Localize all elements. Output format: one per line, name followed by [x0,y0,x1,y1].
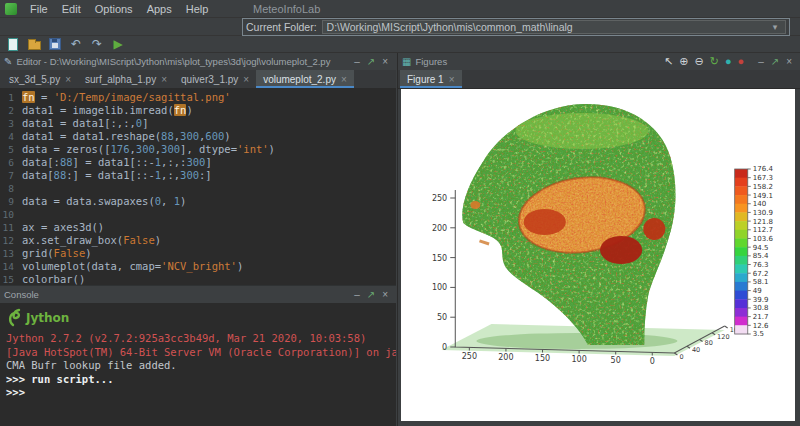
figures-tabbar: Figure 1 × [398,70,800,89]
editor-panel: ✎ Editor - D:\Working\MIScript\Jython\mi… [0,53,396,285]
svg-text:85.4: 85.4 [753,251,769,260]
editor-tab-surf_alpha_1.py[interactable]: surf_alpha_1.py× [78,70,174,88]
close-button[interactable]: × [786,57,792,67]
tab-close-icon[interactable]: × [449,74,455,85]
svg-text:39.9: 39.9 [753,295,769,304]
svg-text:130.9: 130.9 [753,208,773,217]
line-number: 9 [0,195,22,208]
svg-text:40: 40 [692,346,700,354]
svg-text:76.3: 76.3 [753,260,769,269]
code-line: 10 [0,208,396,221]
console-lines: Jython 2.7.2 (v2.7.2:925a3cc3b49d, Mar 2… [6,332,390,400]
svg-text:200: 200 [498,353,513,362]
console-title: Console [4,289,348,300]
menubar: FileEditOptionsAppsHelp MeteoInfoLab [0,0,800,18]
line-number: 14 [0,260,22,273]
editor-tab-label: surf_alpha_1.py [85,74,156,85]
editor-tabbar: sx_3d_5.py×surf_alpha_1.py×quiver3_1.py×… [0,70,396,89]
float-button[interactable]: ↗ [367,290,375,300]
open-file-icon[interactable] [26,37,42,52]
code-line: 9data = data.swapaxes(0, 1) [0,195,396,208]
menu-options[interactable]: Options [88,3,140,15]
meteoinfolab-window: FileEditOptionsAppsHelp MeteoInfoLab Cur… [0,0,800,426]
tab-close-icon[interactable]: × [341,74,347,85]
line-number: 12 [0,234,22,247]
current-folder-combobox[interactable]: D:\Working\MIScript\Jython\mis\common_ma… [322,20,786,34]
figures-icon: ▦ [402,56,411,67]
zoom-out-tool-icon[interactable]: ⊖ [694,56,703,67]
svg-text:158.2: 158.2 [753,182,773,191]
editor-tab-sx_3d_5.py[interactable]: sx_3d_5.py× [2,70,78,88]
volume-plot: 250200150100500 250200150100500 04080120… [401,89,795,421]
svg-text:149.1: 149.1 [753,191,773,200]
zoom-in-tool-icon[interactable]: ⊕ [679,56,688,67]
svg-text:112.7: 112.7 [753,225,773,234]
z-axis-ticks: 250200150100500 [432,194,455,352]
menu-apps[interactable]: Apps [140,3,179,15]
run-script-icon[interactable]: ▶ [110,37,126,52]
code-line: 13grid(False) [0,247,396,260]
editor-tab-volumeplot_2.py[interactable]: volumeplot_2.py× [256,70,354,88]
tab-close-icon[interactable]: × [243,74,249,85]
console-line: CMA Bufr lookup file added. [6,359,390,373]
menu-edit[interactable]: Edit [55,3,88,15]
svg-text:100: 100 [571,355,586,364]
editor-tab-quiver3_1.py[interactable]: quiver3_1.py× [174,70,256,88]
console-output[interactable]: Jython Jython 2.7.2 (v2.7.2:925a3cc3b49d… [0,303,396,426]
minimize-button[interactable]: – [354,290,360,300]
line-number: 3 [0,117,22,130]
console-panel: Console –↗× Jython Jython 2.7.2 (v2.7.2:… [0,285,396,426]
identifier-tool-icon[interactable]: ● [738,56,745,67]
full-extent-tool-icon[interactable]: ● [725,56,732,67]
menu-file[interactable]: File [23,3,55,15]
redo-icon[interactable]: ↷ [89,37,105,52]
line-number: 7 [0,169,22,182]
console-line: [Java HotSpot(TM) 64-Bit Server VM (Orac… [6,346,390,360]
current-folder-label: Current Folder: [246,21,317,33]
line-number: 13 [0,247,22,260]
new-script-icon[interactable] [5,37,21,52]
svg-text:0: 0 [650,357,655,366]
line-number: 8 [0,182,22,195]
code-area[interactable]: 1fn = 'D:/Temp/image/sagittal.png'2data1… [0,89,396,285]
minimize-button[interactable]: – [354,57,360,67]
main-toolbar: ↶↷▶ [0,36,800,53]
undo-icon[interactable]: ↶ [68,37,84,52]
float-button[interactable]: ↗ [771,57,779,67]
save-icon[interactable] [47,37,63,52]
svg-text:50: 50 [437,313,447,322]
chevron-down-icon[interactable]: ▾ [769,22,781,32]
close-button[interactable]: × [382,57,388,67]
editor-tab-label: sx_3d_5.py [9,74,60,85]
tab-close-icon[interactable]: × [161,74,167,85]
minimize-button[interactable]: – [758,57,764,67]
console-line: >>> [6,386,390,400]
code-line: 3data1 = data1[:,:,0] [0,117,396,130]
console-line: >>> run script... [6,373,390,387]
current-folder-group: Current Folder: D:\Working\MIScript\Jyth… [243,19,789,35]
editor-panel-buttons: –↗× [354,57,388,67]
svg-text:0: 0 [679,353,683,361]
svg-text:140: 140 [753,199,766,208]
line-number: 6 [0,156,22,169]
svg-text:150: 150 [432,254,447,263]
svg-text:250: 250 [432,194,447,203]
window-title: MeteoInfoLab [253,3,320,15]
folder-bar: Current Folder: D:\Working\MIScript\Jyth… [0,18,800,36]
figures-panel: ▦ Figures ↖⊕⊖↻●● –↗× Figure 1 × [397,53,800,426]
jython-snake-icon [10,310,19,325]
jython-logo-text: Jython [25,311,69,325]
code-line: 15colorbar() [0,273,396,285]
float-button[interactable]: ↗ [367,57,375,67]
close-button[interactable]: × [382,290,388,300]
menu-help[interactable]: Help [179,3,216,15]
figure-tab[interactable]: Figure 1 × [400,70,462,88]
select-tool-icon[interactable]: ↖ [664,56,673,67]
svg-text:94.5: 94.5 [753,243,769,252]
rotate-tool-icon[interactable]: ↻ [710,56,719,67]
figure-canvas[interactable]: 250200150100500 250200150100500 04080120… [401,89,795,421]
figures-titlebar: ▦ Figures ↖⊕⊖↻●● –↗× [398,53,800,70]
tab-close-icon[interactable]: × [65,74,71,85]
line-number: 10 [0,208,22,221]
svg-text:80: 80 [705,340,713,348]
